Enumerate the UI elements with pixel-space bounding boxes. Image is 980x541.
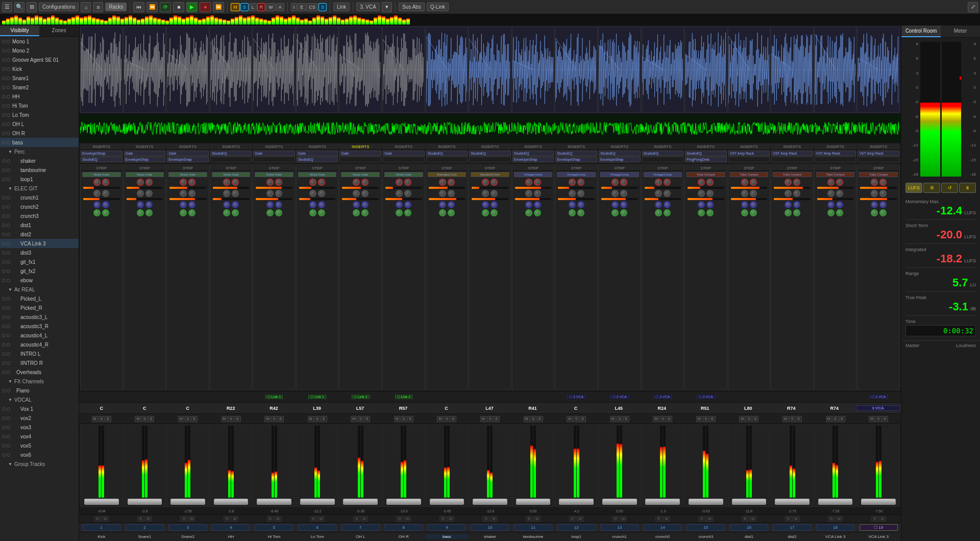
ch-num-badge-4[interactable]: 5 — [255, 524, 293, 531]
mse-e-3[interactable]: E — [235, 416, 241, 422]
rw-r-18[interactable]: R — [871, 516, 878, 522]
knob-7-0-0[interactable] — [396, 179, 403, 186]
knob-4-1-0[interactable] — [266, 190, 274, 197]
green-knob-1-0[interactable] — [137, 209, 144, 216]
fader-thumb-18[interactable] — [861, 499, 896, 505]
knob-5-2-1[interactable] — [318, 201, 325, 208]
insert-plugin-0-0[interactable]: EnvelopeShap — [81, 151, 122, 156]
rw-w-12[interactable]: W — [620, 516, 627, 522]
expand-icon[interactable]: ⤢ — [968, 2, 978, 12]
sidebar-group-group_tracks[interactable]: ▼Group Tracks — [0, 459, 79, 469]
rw-w-3[interactable]: W — [231, 516, 238, 522]
l-btn[interactable]: L — [249, 3, 257, 11]
rw-r-11[interactable]: R — [569, 516, 576, 522]
sidebar-item-hi_tom[interactable]: Hi Tom — [0, 101, 79, 110]
rw-r-9[interactable]: R — [482, 516, 489, 522]
sus-abs-btn[interactable]: Sus Abs — [399, 3, 425, 11]
insert-plugin-6-0[interactable]: Gate — [339, 151, 381, 156]
knob-9-0-1[interactable] — [491, 179, 498, 186]
knob-8-0-1[interactable] — [448, 179, 455, 186]
knob-3-0-1[interactable] — [232, 179, 239, 186]
mse-m-4[interactable]: M — [264, 416, 271, 422]
sidebar-group-ac_real[interactable]: ▼Ac REAL — [0, 285, 79, 294]
sidebar-item-mono_1[interactable]: Mono 1 — [0, 37, 79, 46]
mse-s-11[interactable]: S — [573, 416, 579, 422]
insert-plugin-3-0[interactable]: StudioEQ — [210, 151, 252, 156]
sidebar-item-overheads[interactable]: Overheads — [0, 367, 79, 377]
rw-r-14[interactable]: R — [698, 516, 705, 522]
sidebar-group-perc[interactable]: ▼Perc — [0, 147, 79, 156]
strip-plugin-0[interactable]: Noise Gate — [82, 172, 121, 177]
home-icon[interactable]: ⌂ — [81, 2, 91, 12]
rw-w-15[interactable]: W — [749, 516, 756, 522]
insert-plugin-14-1[interactable]: PingPongDela — [685, 157, 727, 162]
mse-m-17[interactable]: M — [826, 416, 832, 422]
knob-17-0-1[interactable] — [836, 179, 843, 186]
mse-s-7[interactable]: S — [401, 416, 407, 422]
mse-m-9[interactable]: M — [480, 416, 486, 422]
rw-w-8[interactable]: W — [447, 516, 454, 522]
sidebar-item-vox4[interactable]: vox4 — [0, 432, 79, 441]
insert-plugin-13-1[interactable]: . — [642, 157, 684, 162]
green-knob-13-0[interactable] — [655, 209, 662, 216]
go-to-start-btn[interactable]: ⏮ — [133, 2, 144, 12]
mse-s-4[interactable]: S — [271, 416, 277, 422]
insert-plugin-8-1[interactable]: . — [426, 157, 468, 162]
knob-15-2-1[interactable] — [750, 201, 757, 208]
green-knob-5-1[interactable] — [318, 209, 325, 216]
knob-5-1-0[interactable] — [309, 190, 316, 197]
knob-5-1-1[interactable] — [318, 190, 325, 197]
sidebar-item-acoustic3_l[interactable]: acoustic3_L — [0, 312, 79, 322]
mse-e-15[interactable]: E — [752, 416, 758, 422]
ch-num-badge-18[interactable]: ⬡ 19 — [860, 524, 898, 531]
rw-r-8[interactable]: R — [439, 516, 447, 522]
rw-w-4[interactable]: W — [275, 516, 282, 522]
sidebar-item-snare2[interactable]: Snare2 — [0, 83, 79, 92]
ch-num-badge-3[interactable]: 4 — [212, 524, 250, 531]
knob-13-2-1[interactable] — [664, 201, 671, 208]
knob-9-0-0[interactable] — [482, 179, 489, 186]
sidebar-item-vox2[interactable]: vox2 — [0, 413, 79, 423]
green-knob-11-0[interactable] — [569, 209, 576, 216]
list-icon[interactable]: ≡ — [93, 2, 103, 12]
cycle-btn[interactable]: ⟳ — [160, 2, 171, 12]
ch-num-badge-14[interactable]: 15 — [687, 524, 725, 531]
knob-18-1-1[interactable] — [879, 190, 887, 197]
insert-plugin-17-1[interactable]: . — [815, 157, 856, 162]
knob-7-2-0[interactable] — [396, 201, 403, 208]
knob-18-2-1[interactable] — [879, 201, 887, 208]
insert-plugin-2-1[interactable]: EnvelopeShap — [167, 157, 209, 162]
meter-tab[interactable]: Meter — [941, 26, 980, 37]
knob-10-1-1[interactable] — [534, 190, 541, 197]
strip-plugin-12[interactable]: VintageComp — [600, 172, 639, 177]
rw-w-2[interactable]: W — [188, 516, 195, 522]
knob-2-2-1[interactable] — [188, 201, 195, 208]
knob-0-1-1[interactable] — [102, 190, 109, 197]
mse-e-16[interactable]: E — [796, 416, 802, 422]
green-knob-4-1[interactable] — [275, 209, 282, 216]
rewind-btn[interactable]: ⏪ — [146, 2, 158, 12]
insert-plugin-2-0[interactable]: Gate — [167, 151, 209, 156]
ch-num-badge-6[interactable]: 7 — [341, 524, 380, 531]
grid-icon[interactable]: ⊞ — [27, 2, 37, 12]
green-knob-4-0[interactable] — [266, 209, 274, 216]
mse-m-5[interactable]: M — [308, 416, 314, 422]
insert-plugin-13-0[interactable]: StudioEQ — [642, 151, 684, 156]
fader-thumb-16[interactable] — [775, 499, 810, 505]
strip-plugin-11[interactable]: VintageComp — [557, 172, 596, 177]
knob-4-2-0[interactable] — [266, 201, 274, 208]
sidebar-item-bass[interactable]: bass — [0, 138, 79, 147]
sidebar-item-piano[interactable]: Piano — [0, 386, 79, 395]
mse-e-5[interactable]: E — [321, 416, 327, 422]
sidebar-item-vox5[interactable]: vox5 — [0, 441, 79, 450]
strip-plugin-17[interactable]: Tube Compre — [816, 172, 855, 177]
knob-3-0-0[interactable] — [223, 179, 230, 186]
fader-thumb-1[interactable] — [128, 499, 162, 505]
knob-13-0-0[interactable] — [655, 179, 662, 186]
green-knob-12-0[interactable] — [611, 209, 619, 216]
green-knob-15-0[interactable] — [741, 209, 748, 216]
knob-1-0-0[interactable] — [137, 179, 144, 186]
fader-thumb-14[interactable] — [689, 499, 723, 505]
knob-15-1-1[interactable] — [750, 190, 757, 197]
sidebar-item-intro_l[interactable]: INTRO L — [0, 349, 79, 358]
